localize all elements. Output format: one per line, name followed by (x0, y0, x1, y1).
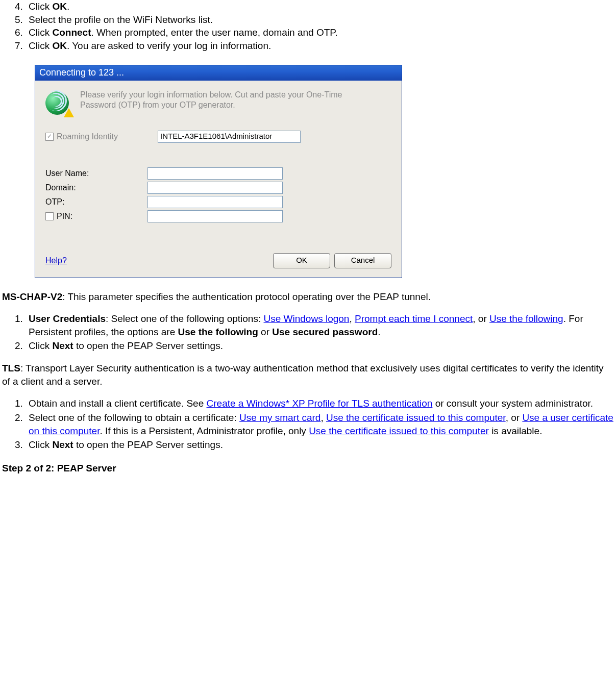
roaming-label: Roaming Identity (57, 131, 118, 142)
tls-paragraph: TLS: Transport Layer Security authentica… (2, 362, 614, 388)
step-5: Select the profile on the WiFi Networks … (26, 13, 614, 27)
help-link[interactable]: Help? (45, 255, 67, 266)
mschap-list: User Credentials: Select one of the foll… (26, 312, 614, 353)
list-item: Select one of the following to obtain a … (26, 411, 614, 437)
checkbox-icon (45, 212, 54, 220)
roaming-identity-checkbox[interactable]: ✓ Roaming Identity (45, 131, 147, 142)
username-input[interactable] (147, 167, 283, 180)
otp-input[interactable] (147, 196, 283, 208)
cancel-button[interactable]: Cancel (334, 253, 391, 268)
bold: OK (52, 40, 67, 51)
text: Click (29, 40, 52, 51)
link-use-the-following[interactable]: Use the following (489, 313, 563, 324)
text: Select the profile on the WiFi Networks … (29, 14, 213, 25)
text: : Transport Layer Security authenticatio… (2, 363, 604, 387)
step-heading: Step 2 of 2: PEAP Server (2, 462, 614, 475)
top-step-list: Click OK. Select the profile on the WiFi… (26, 0, 614, 53)
dialog-title: Connecting to 123 ... (39, 66, 124, 79)
link-cert-issued-to-computer[interactable]: Use the certificate issued to this compu… (326, 412, 506, 423)
text: Click (29, 1, 52, 12)
checkbox-icon: ✓ (45, 133, 54, 141)
link-use-windows-logon[interactable]: Use Windows logon (264, 313, 350, 324)
dialog-message: Please verify your login information bel… (80, 90, 366, 111)
username-label: User Name: (45, 168, 147, 179)
roaming-identity-input[interactable]: INTEL-A3F1E1061\Administrator (158, 131, 301, 143)
link-use-smart-card[interactable]: Use my smart card (239, 412, 321, 423)
text: Click (29, 27, 52, 38)
text: . When prompted, enter the user name, do… (91, 27, 337, 38)
dialog-titlebar: Connecting to 123 ... (35, 65, 402, 81)
step-4: Click OK. (26, 0, 614, 13)
ok-button[interactable]: OK (273, 253, 330, 268)
mschap-label: MS-CHAP-V2 (2, 291, 62, 302)
bold: Connect (52, 27, 91, 38)
tls-list: Obtain and install a client certificate.… (26, 397, 614, 452)
wifi-warning-icon (45, 90, 72, 116)
pin-label: PIN: (57, 211, 72, 222)
pin-input[interactable] (147, 210, 283, 222)
pin-checkbox[interactable]: PIN: (45, 211, 147, 222)
otp-label: OTP: (45, 196, 147, 208)
step-6: Click Connect. When prompted, enter the … (26, 26, 614, 39)
step-7: Click OK. You are asked to verify your l… (26, 39, 614, 53)
list-item: Click Next to open the PEAP Server setti… (26, 438, 614, 452)
bold: OK (52, 1, 67, 12)
text: . (67, 1, 69, 12)
tls-label: TLS (2, 363, 20, 373)
domain-label: Domain: (45, 182, 147, 193)
connecting-dialog: Connecting to 123 ... Please verify your… (35, 65, 402, 278)
list-item: Click Next to open the PEAP Server setti… (26, 339, 614, 353)
link-prompt-each-time[interactable]: Prompt each time I connect (355, 313, 473, 324)
list-item: User Credentials: Select one of the foll… (26, 312, 614, 338)
link-tls-profile[interactable]: Create a Windows* XP Profile for TLS aut… (207, 398, 433, 409)
roaming-value: INTEL-A3F1E1061\Administrator (160, 131, 272, 141)
domain-input[interactable] (147, 182, 283, 194)
link-cert-issued-to-computer-2[interactable]: Use the certificate issued to this compu… (309, 426, 489, 436)
text: : This parameter specifies the authentic… (62, 291, 431, 302)
text: . You are asked to verify your log in in… (67, 40, 271, 51)
list-item: Obtain and install a client certificate.… (26, 397, 614, 410)
mschap-paragraph: MS-CHAP-V2: This parameter specifies the… (2, 290, 614, 304)
